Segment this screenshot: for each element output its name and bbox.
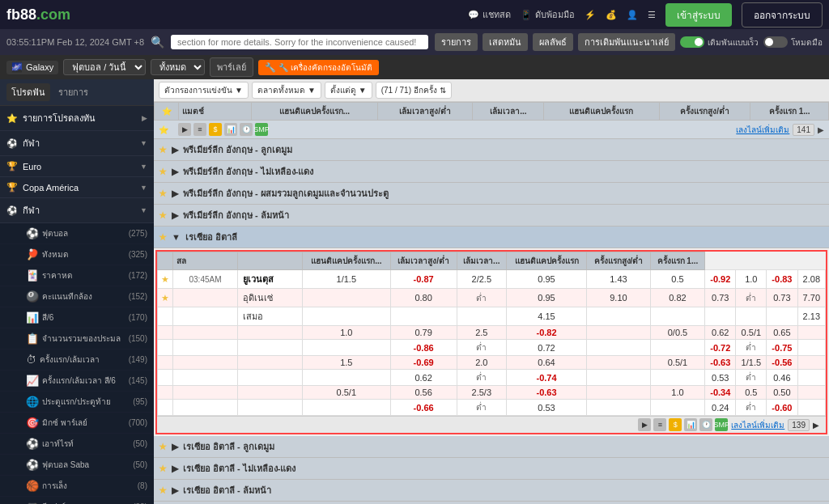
sport-filter[interactable]: ฟุตบอล / วันนี้ bbox=[63, 59, 146, 75]
footer-bar-icon[interactable]: 📊 bbox=[684, 418, 697, 431]
r8-hc1o[interactable]: 0.56 bbox=[390, 386, 457, 400]
sub-hc4-odds-cell[interactable]: 7.70 bbox=[797, 289, 825, 307]
pagination-link-main[interactable]: เลงไลน์เพิ่มเติม bbox=[736, 124, 789, 136]
fast-bet-toggle[interactable] bbox=[680, 36, 704, 48]
display-filter-chip[interactable]: ตั้งแต่ดู ▼ bbox=[325, 82, 372, 99]
hl-pagination-link[interactable]: เลงไลน์เพิ่มเติม bbox=[731, 419, 784, 431]
sidebar-tab-favorites[interactable]: โปรดฟัน bbox=[6, 83, 50, 101]
sidebar-item-shoot[interactable]: 🏀 การเล็ง (8) bbox=[0, 476, 154, 497]
league-header-pl3[interactable]: ★ ▶ พรีเมียร์ลีก อังกฤษ - ผสมรวมลูกเดมูม… bbox=[154, 183, 829, 205]
sub-star-cell[interactable]: ★ bbox=[158, 289, 173, 307]
sub-ou-odds-cell[interactable]: 0.95 bbox=[506, 289, 586, 307]
parlay-button[interactable]: พาร์เลย์ bbox=[210, 57, 253, 77]
r9-hc1o[interactable]: -0.66 bbox=[390, 400, 457, 416]
sidebar-item-football[interactable]: ⚽ ฟุตบอล (275) bbox=[0, 223, 154, 244]
hc3-odds-cell[interactable]: -0.83 bbox=[767, 270, 797, 289]
clock-icon[interactable]: 🕐 bbox=[240, 123, 253, 136]
play-icon[interactable]: ▶ bbox=[178, 123, 191, 136]
statement-button[interactable]: เสดหมัน bbox=[483, 33, 528, 51]
league-header-pl1[interactable]: ★ ▶ พรีเมียร์ลีก อังกฤษ - ลูกเดมูม bbox=[154, 139, 829, 161]
sidebar-item-first-last[interactable]: 🌐 ประตูแรก/ประตูท้าย (95) bbox=[0, 392, 154, 413]
euro-header[interactable]: 🏆 Euro ▼ bbox=[0, 156, 154, 176]
league-header-pl2[interactable]: ★ ▶ พรีเมียร์ลีก อังกฤษ - ไม่เหลือง-แดง bbox=[154, 161, 829, 183]
league-header-pl4[interactable]: ★ ▶ พรีเมียร์ลีก อังกฤษ - ล้มหน้า bbox=[154, 205, 829, 227]
results-button[interactable]: ผลลัพธ์ bbox=[533, 33, 573, 51]
r6-hc2o[interactable]: -0.63 bbox=[705, 356, 736, 370]
r4-hc1o[interactable]: 0.79 bbox=[390, 326, 457, 340]
coin-icon[interactable]: $ bbox=[209, 123, 222, 136]
serie-a-sub-2[interactable]: ★ ▶ เรเซียอ อิตาลี - ไม่เหลือง-แดง bbox=[154, 458, 829, 480]
all-filter[interactable]: ทั้งหมด bbox=[151, 59, 205, 75]
sub-hc3-odds-cell[interactable]: 0.73 bbox=[767, 289, 797, 307]
r4-ou1o[interactable]: -0.82 bbox=[506, 326, 586, 340]
hc2-odds-cell[interactable]: -0.92 bbox=[705, 270, 736, 289]
ou1-odds-cell[interactable]: 0.95 bbox=[506, 270, 586, 289]
list-icon[interactable]: ≡ bbox=[193, 123, 206, 136]
r5-hc1o[interactable]: -0.86 bbox=[390, 340, 457, 356]
r7-ouo[interactable]: -0.74 bbox=[506, 370, 586, 386]
r4-hc2o[interactable]: 0.62 bbox=[705, 326, 736, 340]
r4-hc3o[interactable]: 0.65 bbox=[767, 326, 797, 340]
search-input[interactable] bbox=[171, 35, 428, 49]
r7-hc1o[interactable]: 0.62 bbox=[390, 370, 457, 386]
login-button[interactable]: เข้าสู่ระบบ bbox=[665, 3, 732, 27]
sidebar-item-saba[interactable]: ⚽ ฟุตบอล Saba (50) bbox=[0, 455, 154, 476]
sidebar-item-outright[interactable]: ⚽ เอาท์ไรท์ (50) bbox=[0, 434, 154, 455]
r7-hc2o[interactable]: 0.53 bbox=[705, 370, 736, 386]
register-button[interactable]: ออกจากระบบ bbox=[742, 2, 823, 28]
chat-button[interactable]: 💬 แชทสด bbox=[468, 7, 511, 22]
footer-smp-icon[interactable]: SMP bbox=[715, 418, 728, 431]
footer-clock-icon[interactable]: 🕐 bbox=[699, 418, 712, 431]
sidebar-item-esports[interactable]: 🎮 อีสปอร์ต (88) bbox=[0, 497, 154, 504]
r8-ou1o[interactable]: -0.63 bbox=[506, 386, 586, 400]
sidebar-item-mixparlay[interactable]: 🎯 มิกซ์ พาร์เลย์ (700) bbox=[0, 413, 154, 434]
r5-ou2o[interactable]: -0.75 bbox=[767, 340, 797, 356]
sub-hc-odds-cell[interactable]: 0.80 bbox=[390, 289, 457, 307]
r8-hc3o[interactable]: 0.50 bbox=[767, 386, 797, 400]
sidebar-item-rakahod[interactable]: 🃏 ราคาหด (172) bbox=[0, 265, 154, 286]
r5-ouo[interactable]: 0.72 bbox=[506, 340, 586, 356]
serie-a-sub-3[interactable]: ★ ▶ เรเซียอ อิตาลี - ล้มหน้า bbox=[154, 480, 829, 502]
footer-play-icon[interactable]: ▶ bbox=[638, 418, 651, 431]
bar-chart-icon[interactable]: 📊 bbox=[224, 123, 237, 136]
sidebar-item-color[interactable]: 📊 สี/6 (170) bbox=[0, 307, 154, 328]
special-filter-button[interactable]: 🔧 🔧 เครื่องคัดกรองอัตโนมัติ bbox=[258, 60, 379, 75]
serie-a-sub-1[interactable]: ★ ▶ เรเซียอ อิตาลี - ลูกเดมูม bbox=[154, 436, 829, 458]
sidebar-item-total[interactable]: 📋 จำนวนรวมของประมล (150) bbox=[0, 328, 154, 349]
hc4-odds-cell[interactable]: 2.08 bbox=[797, 270, 825, 289]
r9-hc2o[interactable]: 0.24 bbox=[705, 400, 736, 416]
copa-header[interactable]: 🏆 Copa América ▼ bbox=[0, 177, 154, 197]
sidebar-tab-list[interactable]: รายการ bbox=[53, 83, 93, 101]
sidebar-item-ht-color[interactable]: 📈 ครั้งแรก/เล้มเวลา สี/6 (145) bbox=[0, 371, 154, 392]
r5-hc2o[interactable]: -0.72 bbox=[705, 340, 736, 356]
pagination-next-icon[interactable]: ▶ bbox=[818, 125, 824, 134]
r9-ou2o[interactable]: -0.60 bbox=[767, 400, 797, 416]
reports-button[interactable]: รายการ bbox=[435, 33, 478, 51]
hl-pagination-next-icon[interactable]: ▶ bbox=[813, 421, 819, 430]
mobile-mode-toggle[interactable] bbox=[763, 36, 788, 48]
favorites-header[interactable]: ⭐ รายการโปรดลงทัน ▶ bbox=[0, 106, 154, 130]
sidebar-item-ht[interactable]: ⏱ ครั้งแรก/เล้มเวลา (149) bbox=[0, 349, 154, 371]
smp-icon[interactable]: SMP bbox=[255, 123, 268, 136]
download-button[interactable]: 📱 ดับพ้อมมือ bbox=[521, 7, 575, 22]
r6-hc1o[interactable]: -0.69 bbox=[390, 356, 457, 370]
count-filter-chip[interactable]: (71 / 71) อีกครั้ง ⇅ bbox=[376, 82, 452, 99]
sidebar-item-all[interactable]: 🏓 ทังหมด (325) bbox=[0, 244, 154, 265]
sports-header[interactable]: ⚽ กัฬา ▼ bbox=[0, 131, 154, 155]
hc-odds-cell[interactable]: -0.87 bbox=[390, 270, 457, 289]
match-star-cell[interactable]: ★ bbox=[158, 270, 173, 289]
serie-a-header[interactable]: ★ ▼ เรเซียอ อิตาลี bbox=[154, 227, 829, 248]
sports2-header[interactable]: ⚽ กีฬา ▼ bbox=[0, 198, 154, 222]
r6-ou1o[interactable]: 0.64 bbox=[506, 356, 586, 370]
r8-hc2o[interactable]: -0.34 bbox=[705, 386, 736, 400]
sub-hc2-odds-cell[interactable]: 0.73 bbox=[705, 289, 736, 307]
r7-ou2o[interactable]: 0.46 bbox=[767, 370, 797, 386]
r9-ouo[interactable]: 0.53 bbox=[506, 400, 586, 416]
footer-list-icon[interactable]: ≡ bbox=[653, 418, 666, 431]
footer-coin-icon[interactable]: $ bbox=[669, 418, 682, 431]
sidebar-item-corners[interactable]: 🎱 คะแนนทีกล้อง (152) bbox=[0, 286, 154, 307]
odds-filter-chip[interactable]: ตลาดทั้งหมด ▼ bbox=[252, 82, 321, 99]
r6-hc3o[interactable]: -0.56 bbox=[767, 356, 797, 370]
match-filter-chip[interactable]: ตัวกรองการแข่งขัน ▼ bbox=[159, 82, 249, 99]
recommended-button[interactable]: การเดิมพันแนะนาเล่ย์ bbox=[578, 33, 675, 51]
